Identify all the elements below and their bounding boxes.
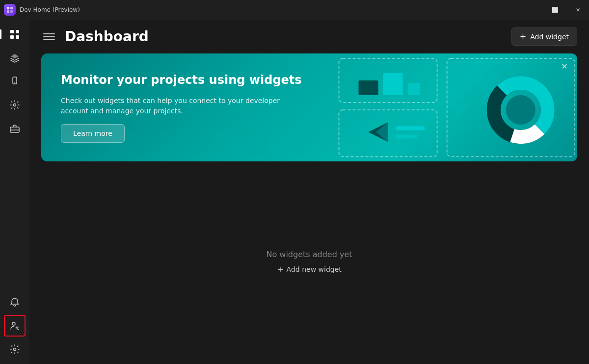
banner-description: Check out widgets that can help you conn… — [61, 96, 296, 116]
banner-close-button[interactable]: ✕ — [558, 59, 571, 73]
svg-point-13 — [12, 322, 15, 325]
svg-rect-28 — [395, 126, 425, 130]
svg-rect-1 — [10, 7, 13, 9]
titlebar-controls: − ⬜ ✕ — [521, 0, 589, 20]
add-widget-button[interactable]: + Add widget — [511, 27, 577, 46]
svg-rect-29 — [395, 134, 417, 138]
add-new-widget-label: Add new widget — [287, 265, 342, 273]
svg-point-10 — [14, 104, 16, 106]
layers-icon — [10, 53, 20, 63]
account-gear-icon — [10, 321, 20, 331]
grid-icon — [10, 29, 20, 39]
svg-point-9 — [14, 82, 15, 83]
gear-icon — [10, 100, 20, 110]
titlebar-left: Dev Home (Preview) — [4, 4, 80, 16]
header: Dashboard + Add widget — [29, 20, 589, 53]
sidebar-item-account[interactable] — [4, 315, 26, 337]
svg-rect-18 — [383, 73, 402, 95]
svg-point-14 — [17, 327, 18, 329]
close-button[interactable]: ✕ — [566, 0, 589, 20]
minimize-button[interactable]: − — [521, 0, 544, 20]
page-title: Dashboard — [65, 28, 149, 45]
svg-rect-19 — [407, 83, 420, 95]
svg-rect-5 — [16, 30, 19, 33]
restore-button[interactable]: ⬜ — [544, 0, 566, 20]
svg-rect-2 — [7, 10, 9, 13]
bell-icon — [10, 297, 20, 307]
svg-rect-7 — [16, 35, 19, 39]
sidebar-item-global-settings[interactable] — [4, 338, 26, 360]
add-new-widget-button[interactable]: + Add new widget — [273, 263, 346, 276]
svg-point-24 — [506, 95, 535, 125]
sidebar — [0, 20, 29, 364]
hamburger-line-2 — [43, 36, 55, 37]
empty-state: No widgets added yet + Add new widget — [29, 161, 589, 364]
sidebar-item-notifications[interactable] — [4, 291, 26, 313]
learn-more-button[interactable]: Learn more — [61, 124, 125, 143]
sidebar-item-extensions[interactable] — [4, 47, 26, 69]
hamburger-line-1 — [43, 33, 55, 34]
sidebar-item-dashboard[interactable] — [4, 24, 26, 45]
add-widget-label: Add widget — [530, 33, 569, 41]
svg-rect-17 — [358, 80, 378, 95]
main-content: Dashboard + Add widget Monitor your proj… — [29, 20, 589, 364]
hamburger-line-3 — [43, 39, 55, 40]
svg-rect-4 — [10, 30, 14, 33]
sidebar-item-dev-settings[interactable] — [4, 94, 26, 116]
promo-banner: Monitor your projects using widgets Chec… — [41, 53, 577, 161]
empty-state-title: No widgets added yet — [266, 250, 352, 259]
plus-icon: + — [520, 32, 526, 41]
titlebar: Dev Home (Preview) − ⬜ ✕ — [0, 0, 589, 20]
banner-illustration — [336, 53, 577, 161]
illustration-svg — [336, 53, 577, 161]
svg-marker-27 — [375, 122, 388, 142]
app-body: Dashboard + Add widget Monitor your proj… — [0, 20, 589, 364]
banner-content: Monitor your projects using widgets Chec… — [41, 53, 336, 161]
app-icon — [4, 4, 16, 16]
titlebar-title: Dev Home (Preview) — [20, 6, 80, 13]
header-left: Dashboard — [41, 28, 149, 45]
settings-icon — [10, 344, 20, 354]
hamburger-button[interactable] — [41, 29, 57, 45]
sidebar-item-devices[interactable] — [4, 71, 26, 92]
svg-rect-0 — [7, 7, 9, 9]
svg-rect-3 — [10, 10, 13, 13]
svg-point-15 — [14, 348, 16, 351]
phone-icon — [10, 77, 20, 86]
sidebar-item-portfolio[interactable] — [4, 118, 26, 139]
banner-title: Monitor your projects using widgets — [61, 73, 317, 88]
briefcase-icon — [10, 124, 20, 133]
plus-icon-empty: + — [277, 265, 283, 274]
svg-rect-6 — [10, 35, 14, 39]
